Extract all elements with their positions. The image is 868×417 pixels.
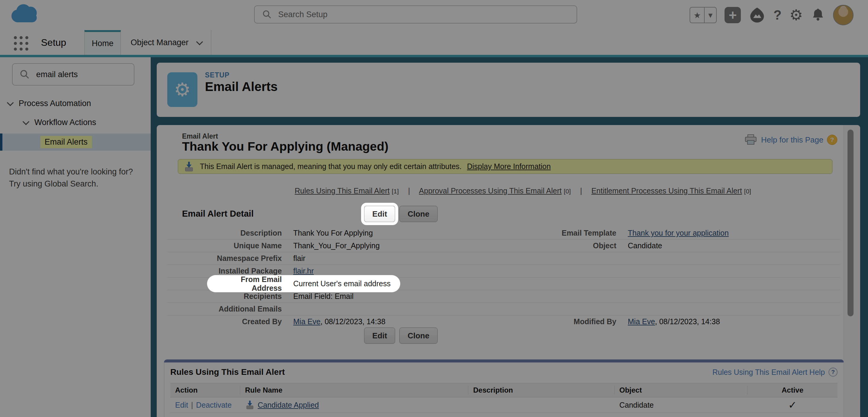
brand-accent-line (0, 55, 868, 57)
setup-gear-icon[interactable]: ⚙ (789, 6, 803, 24)
active-check-icon: ✓ (788, 399, 797, 411)
page-eyebrow: SETUP (205, 71, 230, 79)
table-row: Edit | Deactivate Candidate Applied (170, 397, 838, 413)
search-icon (20, 70, 30, 79)
related-list-title: Rules Using This Email Alert (170, 367, 285, 377)
trailhead-icon[interactable] (749, 7, 766, 24)
row-edit-link[interactable]: Edit (175, 401, 188, 410)
record-title: Thank You For Applying (Managed) (182, 139, 389, 154)
help-for-page: Help for this Page ? (744, 134, 837, 146)
salesforce-setup-page: ★ ▼ + ? ⚙ Setup Home Object Manager (0, 0, 868, 417)
rule-name-link[interactable]: Candidate Applied (258, 401, 319, 410)
related-list-accent-bar (164, 359, 844, 362)
detail-row: Additional Emails (167, 303, 840, 316)
search-icon (262, 10, 272, 19)
setup-app-label: Setup (41, 30, 66, 55)
managed-package-icon (184, 161, 194, 172)
setup-nav-bar: Setup Home Object Manager (0, 30, 868, 55)
chevron-down-icon[interactable] (7, 99, 14, 106)
detail-row: Created By Mia Eve, 08/12/2023, 14:38 Mo… (167, 316, 840, 328)
sidebar-item-process-automation[interactable]: Process Automation (7, 96, 91, 111)
approval-processes-count: [0] (564, 188, 570, 195)
managed-package-icon (245, 400, 255, 410)
sidebar-item-workflow-actions[interactable]: Workflow Actions (23, 115, 96, 130)
setup-gear-tile-icon: ⚙ (167, 72, 197, 107)
detail-row-from-email-highlighted: From Email Address Current User's email … (167, 278, 840, 290)
email-template-link[interactable]: Thank you for your application (628, 229, 729, 237)
sidebar-item-email-alerts[interactable]: Email Alerts (0, 133, 151, 151)
entitlement-processes-link[interactable]: Entitlement Processes Using This Email A… (591, 187, 742, 195)
display-more-information-link[interactable]: Display More Information (467, 162, 551, 171)
user-avatar[interactable] (833, 5, 854, 25)
created-by-user-link[interactable]: Mia Eve (293, 317, 320, 326)
page-title: Email Alerts (205, 79, 278, 94)
sidebar-not-found-text: Didn't find what you're looking for? Try… (9, 166, 143, 190)
notifications-bell-icon[interactable] (811, 7, 825, 23)
related-usage-links: Rules Using This Email Alert [1] | Appro… (202, 187, 844, 195)
help-question-icon[interactable]: ? (829, 367, 838, 377)
row-deactivate-link[interactable]: Deactivate (196, 401, 232, 410)
clone-button[interactable]: Clone (399, 206, 437, 222)
installed-package-link[interactable]: flair.hr (293, 267, 314, 275)
rules-using-count: [1] (392, 188, 399, 195)
detail-buttons-top: Edit Clone (157, 206, 645, 222)
rules-using-link[interactable]: Rules Using This Email Alert (295, 187, 390, 195)
entitlement-processes-count: [0] (744, 188, 751, 195)
rule-object-cell: Candidate (615, 401, 747, 410)
detail-scrollbar-track[interactable] (844, 125, 860, 417)
rules-table: Action Rule Name Description Object Acti… (170, 383, 838, 413)
from-email-label: From Email Address (215, 275, 282, 293)
quick-find-box[interactable] (12, 63, 134, 86)
detail-row: Unique Name Thank_You_For_Applying Objec… (167, 239, 840, 252)
edit-button[interactable]: Edit (364, 206, 395, 222)
main-content: ⚙ SETUP Email Alerts Email Alert Thank Y… (151, 57, 868, 417)
help-for-page-link[interactable]: Help for this Page (761, 135, 824, 145)
global-search-box[interactable] (254, 5, 577, 24)
rules-table-header: Action Rule Name Description Object Acti… (170, 383, 838, 397)
tab-object-manager[interactable]: Object Manager (121, 30, 211, 55)
modified-by-datetime: , 08/12/2023, 14:38 (655, 317, 720, 326)
header-actions: ★ ▼ + ? ⚙ (689, 0, 854, 30)
page-header-card: ⚙ SETUP Email Alerts (157, 63, 860, 117)
favorite-star-icon[interactable]: ★ (689, 7, 704, 23)
managed-alert-banner: This Email Alert is managed, meaning tha… (178, 159, 832, 174)
approval-processes-link[interactable]: Approval Processes Using This Email Aler… (419, 187, 561, 195)
related-list-help-link[interactable]: Rules Using This Email Alert Help (712, 368, 825, 377)
favorites-button-group[interactable]: ★ ▼ (689, 7, 717, 23)
global-header: ★ ▼ + ? ⚙ (0, 0, 868, 30)
tab-home[interactable]: Home (84, 30, 121, 55)
salesforce-logo-icon (11, 4, 38, 24)
favorites-dropdown-icon[interactable]: ▼ (704, 7, 717, 23)
from-email-spotlight-pill: From Email Address Current User's email … (207, 275, 400, 292)
app-launcher-waffle-icon[interactable] (14, 36, 28, 51)
created-by-datetime: , 08/12/2023, 14:38 (320, 317, 385, 326)
from-email-value: Current User's email address (293, 279, 391, 288)
global-search-input[interactable] (278, 10, 520, 20)
search-match-highlight: Email Alerts (40, 136, 92, 148)
record-detail-card: Email Alert Thank You For Applying (Mana… (157, 125, 860, 417)
record-type-label: Email Alert (182, 132, 218, 140)
setup-sidebar: Process Automation Workflow Actions Emai… (0, 57, 151, 417)
modified-by-user-link[interactable]: Mia Eve (628, 317, 655, 326)
help-question-icon[interactable]: ? (827, 135, 837, 145)
help-icon[interactable]: ? (773, 7, 781, 23)
detail-scrollbar-thumb[interactable] (847, 130, 854, 316)
printer-icon[interactable] (744, 134, 757, 146)
quick-find-input[interactable] (36, 70, 127, 79)
detail-row: Description Thank You For Applying Email… (167, 227, 840, 239)
related-list-help: Rules Using This Email Alert Help ? (712, 367, 838, 377)
detail-row: Namespace Prefix flair (167, 252, 840, 265)
detail-buttons-bottom: Edit Clone (157, 327, 645, 344)
quick-create-plus-icon[interactable]: + (724, 7, 741, 23)
chevron-down-icon[interactable] (23, 119, 30, 125)
detail-field-table: Description Thank You For Applying Email… (167, 227, 840, 328)
managed-banner-text: This Email Alert is managed, meaning tha… (200, 162, 461, 171)
edit-button-bottom[interactable]: Edit (364, 327, 395, 344)
chevron-down-icon (196, 38, 203, 45)
clone-button-bottom[interactable]: Clone (399, 327, 437, 344)
rules-using-related-list: Rules Using This Email Alert Rules Using… (164, 360, 844, 417)
